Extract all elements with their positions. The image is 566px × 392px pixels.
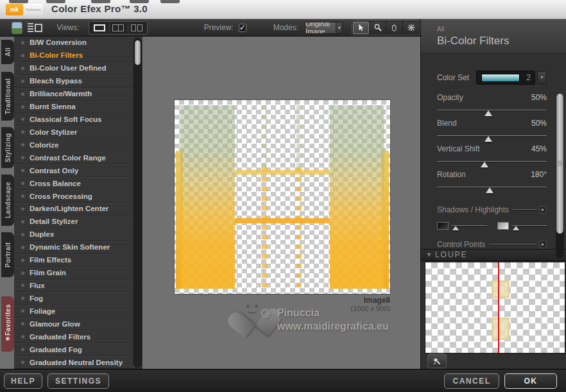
scrollbar-thumb[interactable] [135,40,141,65]
background-color-tool-button[interactable] [403,22,419,34]
slider-marker[interactable] [481,162,488,167]
expand-arrow-icon[interactable]: ▸ [539,241,547,248]
loupe-image-fragment [492,280,510,298]
filter-list-item[interactable]: ★Darken/Lighten Center [14,203,142,216]
sidebar-tab-all[interactable]: All [1,40,14,64]
star-icon[interactable]: ★ [20,167,30,174]
star-icon[interactable]: ★ [20,244,30,251]
expand-arrow-icon[interactable]: ▸ [539,206,547,214]
star-icon[interactable]: ★ [20,231,30,238]
select-tool-button[interactable] [353,22,369,34]
filter-list-item[interactable]: ★Contrast Color Range [14,151,142,164]
image-thumbnail-icon[interactable] [12,22,22,34]
chevron-down-icon[interactable]: ▼ [336,22,342,33]
ok-button[interactable]: OK [504,373,557,389]
filter-list-item[interactable]: ★B/W Conversion [14,37,142,49]
slider-marker[interactable] [513,226,519,230]
preview-checkbox[interactable]: ✓ [239,24,246,32]
color-set-control[interactable]: 2 ▼ [476,71,547,85]
filter-list-item[interactable]: ★Film Grain [14,267,142,280]
sidebar-tab-favorites[interactable]: ★Favorites [1,296,14,352]
chevron-down-icon[interactable]: ▼ [537,71,547,84]
star-icon[interactable]: ★ [20,320,30,327]
filter-list-item[interactable]: ★Contrast Only [14,164,142,177]
sidebar-tab-portrait[interactable]: Portrait [1,232,14,277]
sidebar-tab-stylizing[interactable]: Stylizing [1,127,14,168]
slider-marker[interactable] [452,226,459,230]
star-icon[interactable]: ★ [20,205,30,212]
slider-track[interactable] [437,161,547,162]
settings-button[interactable]: SETTINGS [47,373,109,389]
star-icon[interactable]: ★ [20,359,30,366]
filter-list-item[interactable]: ★Cross Processing [14,190,142,203]
star-icon[interactable]: ★ [20,52,30,59]
star-icon[interactable]: ★ [20,115,30,123]
star-icon[interactable]: ★ [20,192,30,200]
star-icon[interactable]: ★ [20,141,30,148]
star-icon[interactable]: ★ [20,218,30,225]
star-icon[interactable]: ★ [20,333,30,340]
star-icon[interactable]: ★ [20,103,30,110]
filter-list-item[interactable]: ★Classical Soft Focus [14,114,142,126]
star-icon[interactable]: ★ [20,39,30,46]
filter-list-item[interactable]: ★Bi-Color Filters [14,49,142,62]
star-icon[interactable]: ★ [20,154,30,161]
star-icon[interactable]: ★ [20,65,30,72]
loupe-viewport[interactable] [425,262,565,354]
filter-list-item[interactable]: ★Glamour Glow [14,318,142,330]
slider-marker[interactable] [485,136,492,142]
shadows-slider[interactable] [437,222,487,230]
filter-list-item[interactable]: ★Foliage [14,305,142,318]
filter-list-toggle-icon[interactable] [28,22,42,33]
filter-list-item[interactable]: ★Graduated Filters [14,330,142,343]
filter-list-item[interactable]: ★Burnt Sienna [14,101,142,114]
star-icon[interactable]: ★ [20,346,30,353]
filter-list-item[interactable]: ★Color Stylizer [14,126,142,139]
slider-track[interactable] [437,110,547,110]
filter-list-item[interactable]: ★Cross Balance [14,177,142,190]
modes-dropdown[interactable]: Original Image ▼ [305,22,343,34]
star-icon[interactable]: ★ [20,294,30,302]
filter-list-item[interactable]: ★Dynamic Skin Softener [14,241,142,254]
pan-tool-button[interactable] [386,22,402,34]
star-icon[interactable]: ★ [20,78,30,85]
star-icon[interactable]: ★ [20,282,30,289]
loupe-header[interactable]: ▼ LOUPE [421,249,566,261]
filter-list-item[interactable]: ★Bleach Bypass [14,75,142,88]
filter-list-scrollbar[interactable] [133,38,142,368]
slider-marker[interactable] [486,187,493,193]
cancel-button[interactable]: CANCEL [444,373,499,389]
panel-scrollbar[interactable] [556,94,564,258]
sidebar-tab-landscape[interactable]: Landscape [1,175,14,226]
collapse-caret-icon[interactable]: ▼ [426,251,432,258]
view-side-by-side-button[interactable] [128,22,146,33]
filter-list-item[interactable]: ★Detail Stylizer [14,216,142,228]
slider-marker[interactable] [485,110,492,116]
slider-track[interactable] [437,187,547,187]
filter-list-item[interactable]: ★Flux [14,280,142,293]
slider-track[interactable] [437,135,547,136]
star-icon[interactable]: ★ [20,180,30,187]
sidebar-tab-traditional[interactable]: Traditional [1,72,14,121]
star-icon[interactable]: ★ [20,307,30,314]
control-point-pin-button[interactable] [427,354,447,368]
star-icon[interactable]: ★ [20,269,30,277]
filter-list-item[interactable]: ★Bi-Color User Defined [14,62,142,75]
view-single-button[interactable] [90,22,108,33]
filter-list-item[interactable]: ★Graduated Fog [14,343,142,356]
zoom-tool-button[interactable] [370,22,386,34]
scrollbar-thumb[interactable] [556,94,563,234]
filter-list-item[interactable]: ★Colorize [14,139,142,151]
preview-image[interactable] [175,100,390,294]
star-icon[interactable]: ★ [20,128,30,135]
star-icon[interactable]: ★ [20,257,30,264]
help-button[interactable]: HELP [4,373,42,389]
highlights-slider[interactable] [497,222,547,230]
view-split-button[interactable] [109,22,127,33]
star-icon[interactable]: ★ [20,90,30,98]
filter-list-item[interactable]: ★Brilliance/Warmth [14,88,142,101]
filter-list-item[interactable]: ★Duplex [14,228,142,241]
filter-list-item[interactable]: ★Fog [14,292,142,305]
filter-list-item[interactable]: ★Graduated Neutral Density [14,356,142,369]
filter-list-item[interactable]: ★Film Effects [14,254,142,267]
